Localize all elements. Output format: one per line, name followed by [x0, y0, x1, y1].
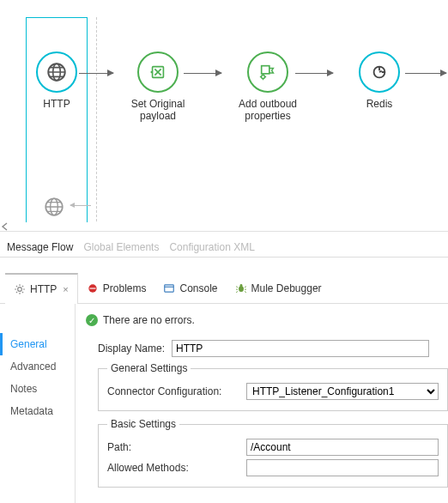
svg-rect-11	[89, 288, 95, 288]
properties-form: ✓ There are no errors. Display Name: Gen…	[76, 304, 448, 503]
svg-rect-12	[165, 284, 174, 291]
view-tabs: HTTP × Problems Console Mule Debugger	[0, 273, 448, 304]
properties-side-menu: General Advanced Notes Metadata	[0, 304, 76, 503]
view-tab-console[interactable]: Console	[154, 273, 226, 304]
allowed-methods-input[interactable]	[246, 459, 439, 476]
view-tab-problems-label: Problems	[103, 282, 147, 294]
view-tab-problems[interactable]: Problems	[78, 273, 155, 304]
general-settings-legend: General Settings	[107, 362, 191, 374]
side-item-metadata[interactable]: Metadata	[0, 400, 75, 422]
response-globe-icon[interactable]	[41, 194, 67, 220]
view-tab-http[interactable]: HTTP ×	[5, 273, 78, 304]
tab-global-elements[interactable]: Global Elements	[83, 241, 159, 253]
view-tab-mule-debugger[interactable]: Mule Debugger	[227, 273, 330, 304]
node-http-label: HTTP	[14, 98, 100, 110]
node-set-payload-label: Set Original payload	[115, 98, 201, 122]
status-text: There are no errors.	[103, 314, 195, 326]
svg-point-14	[239, 284, 242, 287]
path-input[interactable]	[246, 439, 439, 456]
connector-icon	[359, 52, 400, 93]
globe-icon	[36, 52, 77, 93]
svg-point-9	[18, 288, 22, 292]
node-redis-label: Redis	[336, 98, 422, 110]
flow-arrow	[405, 73, 446, 74]
editor-tabs: Message Flow Global Elements Configurati…	[0, 232, 448, 258]
node-redis[interactable]: Redis	[336, 52, 422, 110]
scroll-left-icon[interactable]	[0, 222, 10, 231]
x-box-icon	[137, 52, 179, 93]
node-http[interactable]: HTTP	[14, 52, 100, 110]
check-icon: ✓	[86, 314, 98, 326]
svg-point-5	[261, 75, 264, 78]
allowed-methods-label: Allowed Methods:	[107, 462, 236, 474]
svg-rect-4	[262, 66, 269, 74]
warning-icon	[87, 282, 99, 294]
side-item-notes[interactable]: Notes	[0, 378, 75, 400]
view-tab-http-label: HTTP	[30, 283, 57, 295]
http-gear-icon	[14, 283, 26, 295]
display-name-label: Display Name:	[98, 342, 165, 355]
display-name-input[interactable]	[172, 340, 429, 357]
status-row: ✓ There are no errors.	[82, 311, 448, 336]
connector-config-select[interactable]: HTTP_Listener_Configuration1	[246, 383, 439, 400]
flow-arrow	[295, 73, 333, 74]
node-add-outbound[interactable]: Add outboud properties	[225, 52, 311, 122]
tab-configuration-xml[interactable]: Configuration XML	[169, 241, 254, 253]
bug-icon	[235, 282, 247, 294]
path-label: Path:	[107, 441, 236, 453]
basic-settings-legend: Basic Settings	[107, 418, 179, 430]
view-tab-console-label: Console	[179, 282, 217, 294]
svg-point-3	[150, 71, 152, 73]
close-icon[interactable]: ×	[63, 284, 68, 294]
node-add-outbound-label: Add outboud properties	[225, 98, 311, 122]
properties-icon	[247, 52, 288, 93]
flow-arrow	[79, 73, 113, 74]
console-icon	[163, 282, 175, 294]
basic-settings-group: Basic Settings Path: Allowed Methods:	[98, 418, 448, 488]
canvas-hscrollbar[interactable]	[0, 222, 448, 231]
response-arrow	[70, 205, 91, 206]
flow-arrow	[184, 73, 221, 74]
view-tab-mule-debugger-label: Mule Debugger	[251, 282, 322, 294]
node-set-payload[interactable]: Set Original payload	[115, 52, 201, 122]
general-settings-group: General Settings Connector Configuration…	[98, 362, 448, 411]
svg-point-13	[239, 286, 244, 292]
flow-canvas[interactable]: HTTP Set Original payload Add outboud pr…	[0, 0, 448, 232]
side-item-general[interactable]: General	[0, 333, 75, 355]
tab-message-flow[interactable]: Message Flow	[7, 241, 73, 253]
source-divider	[96, 17, 97, 230]
side-item-advanced[interactable]: Advanced	[0, 355, 75, 378]
connector-config-label: Connector Configuration:	[107, 385, 236, 397]
properties-panel: HTTP × Problems Console Mule Debugger Ge…	[0, 273, 448, 503]
